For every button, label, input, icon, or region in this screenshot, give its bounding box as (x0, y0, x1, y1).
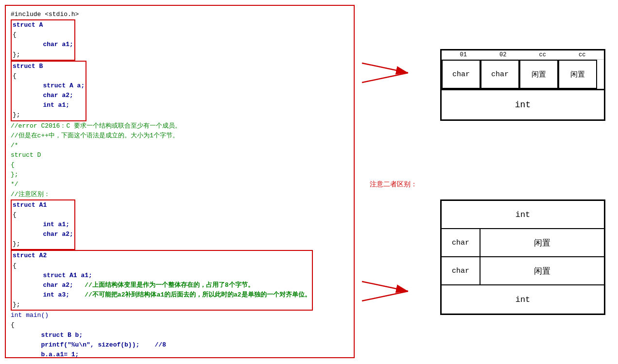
comment6: }; (11, 171, 18, 178)
main-header: int main() (11, 312, 49, 319)
struct-a1-open: { (13, 211, 17, 218)
svg-line-4 (362, 281, 408, 291)
note-comment: //注意区别： (11, 191, 50, 198)
code-content: #include <stdio.h> struct A { char a1; }… (11, 10, 349, 358)
main-line2: printf("%u\n", sizeof(b)); //8 (11, 341, 166, 348)
struct-a2-keyword: struct A2 (13, 252, 47, 259)
label-02: 02 (483, 51, 522, 58)
main-line1: struct B b; (11, 331, 83, 339)
cell-char1: char (442, 60, 481, 89)
comment3: /* (11, 142, 18, 149)
struct-b-member1: struct A a; (13, 82, 85, 89)
main-line3: b.a.a1= 1; (11, 351, 79, 358)
cell-idle-row2: 闲置 (481, 229, 604, 256)
struct-b-member2: char a2; (13, 92, 73, 99)
struct-b-open: { (13, 72, 17, 80)
struct-a2-close: }; (13, 301, 20, 308)
int-label-bottom-last: int (515, 295, 531, 304)
label-01: 01 (444, 51, 483, 58)
struct-a-open: { (13, 31, 17, 38)
cell-char-row3: char (442, 257, 481, 284)
cell-idle2: 闲置 (558, 60, 597, 89)
int-label-bottom-top: int (515, 210, 531, 219)
diagrams-column: 01 02 cc cc char char 闲置 闲置 int int (432, 5, 613, 359)
code-panel: #include <stdio.h> struct A { char a1; }… (5, 5, 355, 358)
comment5: { (11, 161, 15, 168)
bottom-arrow (360, 277, 428, 306)
main-container: #include <stdio.h> struct A { char a1; }… (0, 0, 618, 364)
struct-b-keyword: struct B (13, 63, 43, 70)
diagram-top-cells: char char 闲置 闲置 (442, 59, 604, 90)
diagram-bottom-row3: char 闲置 (442, 257, 604, 285)
note-label: 注意二者区别： (370, 180, 417, 189)
comment4: struct D (11, 151, 41, 159)
include-line: #include <stdio.h> (11, 11, 79, 18)
struct-b-close: }; (13, 111, 20, 118)
cell-idle-row3: 闲置 (481, 257, 604, 284)
comment1: //error C2016：C 要求一个结构或联合至少有一个成员。 (11, 122, 181, 130)
comment2: //但是在c++中，下面这个语法是成立的。大小为1个字节。 (11, 132, 179, 139)
svg-line-5 (362, 291, 408, 301)
struct-b-member3: int a1; (13, 101, 69, 109)
struct-a-close: }; (13, 51, 20, 58)
cell-char-row2: char (442, 229, 481, 256)
struct-a2-member2: char a2; //上面结构体变里是作为一个整体存在的，占用了8个字节。 (13, 281, 254, 289)
struct-a-member: char a1; (13, 41, 73, 48)
label-cc2: cc (563, 51, 601, 58)
diagram-top-int: int (442, 90, 604, 119)
diagram-bottom-int-last: int (442, 285, 604, 314)
diagram-bottom: int char 闲置 char 闲置 int (440, 199, 605, 315)
struct-a1-member1: int a1; (13, 221, 69, 228)
main-open: { (11, 321, 15, 329)
struct-a1-keyword: struct A1 (13, 201, 47, 209)
top-arrow (360, 58, 428, 87)
diagram-top: 01 02 cc cc char char 闲置 闲置 int (440, 49, 605, 121)
arrows-column: 注意二者区别： (355, 5, 432, 359)
struct-a1-member2: char a2; (13, 231, 73, 238)
svg-line-1 (362, 63, 408, 73)
comment7: */ (11, 181, 18, 188)
cell-idle1: 闲置 (519, 60, 558, 89)
label-cc1: cc (523, 51, 562, 58)
cell-char2: char (481, 60, 519, 89)
diagram-bottom-int-top: int (442, 201, 604, 229)
svg-line-2 (362, 73, 408, 83)
int-label-top: int (515, 100, 531, 110)
struct-a-keyword: struct A (13, 21, 43, 29)
struct-a1-close: }; (13, 240, 20, 248)
diagram-bottom-row2: char 闲置 (442, 229, 604, 257)
struct-a2-open: { (13, 262, 17, 269)
struct-a2-member3: int a3; //不可能把a2补到结构体a1的后面去的，所以此时的a2是单独的… (13, 291, 311, 298)
struct-a2-member1: struct A1 a1; (13, 272, 92, 279)
diagram-top-labels: 01 02 cc cc (442, 50, 604, 59)
